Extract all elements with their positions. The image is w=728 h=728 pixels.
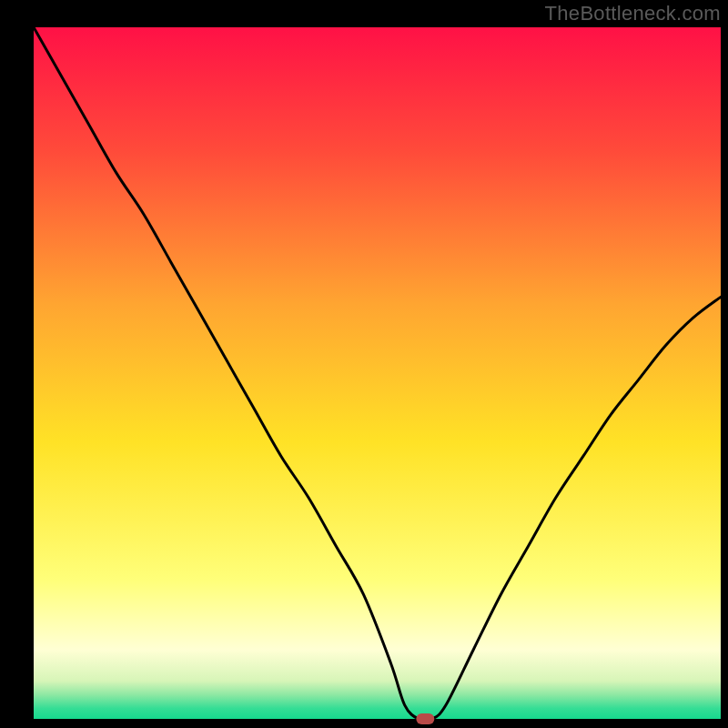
chart-container: TheBottleneck.com xyxy=(0,0,728,728)
plot-background xyxy=(34,27,721,719)
optimal-marker xyxy=(416,713,434,724)
bottleneck-chart xyxy=(0,0,728,728)
watermark-text: TheBottleneck.com xyxy=(545,2,721,25)
